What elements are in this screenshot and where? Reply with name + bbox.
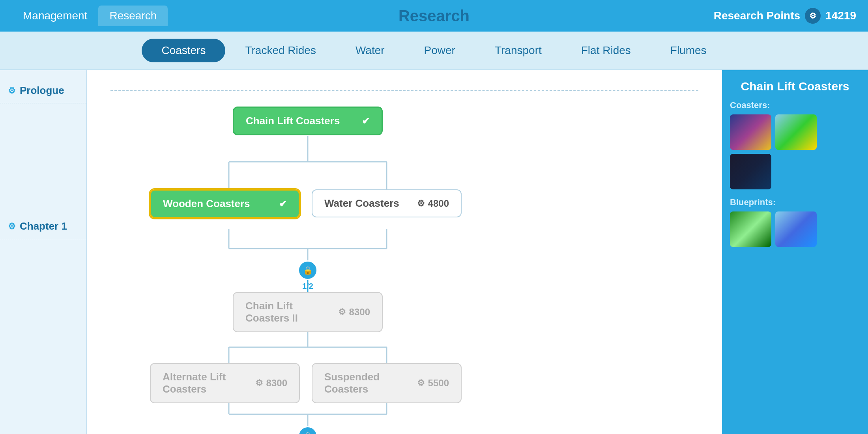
- research-points-value: 14219: [825, 9, 856, 22]
- tab-management[interactable]: Management: [12, 6, 98, 26]
- coasters-images: [730, 114, 860, 189]
- chain-lift-label: Chain Lift Coasters: [246, 115, 340, 127]
- sidebar-item-chapter1[interactable]: ⚙ Chapter 1: [0, 214, 86, 239]
- sidebar-item-prologue[interactable]: ⚙ Prologue: [0, 78, 86, 103]
- suspended-cost-value: 5500: [428, 378, 449, 389]
- top-bar: Management Research Research Research Po…: [0, 0, 868, 32]
- coaster-img-3: [730, 154, 771, 189]
- cat-tab-tracked[interactable]: Tracked Rides: [225, 39, 335, 62]
- page-title: Research: [398, 7, 470, 25]
- tab-research[interactable]: Research: [98, 6, 168, 26]
- cat-tab-flumes[interactable]: Flumes: [651, 39, 726, 62]
- prologue-label: Prologue: [20, 84, 64, 97]
- chapter1-label: Chapter 1: [20, 220, 67, 232]
- prologue-separator: [110, 90, 698, 91]
- blueprints-section-label: Blueprints:: [730, 197, 860, 208]
- node-chain-lift-coasters[interactable]: Chain Lift Coasters ✔: [233, 107, 383, 135]
- research-points: Research Points ⚙ 14219: [714, 8, 856, 24]
- right-panel-title: Chain Lift Coasters: [730, 80, 860, 93]
- node-wooden-coasters[interactable]: Wooden Coasters ✔: [150, 189, 300, 218]
- water-cost-icon: ⚙: [417, 198, 425, 209]
- cat-tab-power[interactable]: Power: [404, 39, 475, 62]
- research-points-icon: ⚙: [805, 8, 821, 24]
- chapter1-icon: ⚙: [8, 221, 16, 232]
- lock-badge-1-value: 1/2: [302, 282, 313, 291]
- lock-badge-2: 🔒 0/2: [298, 426, 318, 434]
- suspended-cost: ⚙ 5500: [417, 378, 449, 389]
- node-suspended[interactable]: Suspended Coasters ⚙ 5500: [312, 363, 462, 403]
- alternate-cost-icon: ⚙: [255, 378, 263, 388]
- cat-tab-coasters[interactable]: Coasters: [142, 39, 225, 62]
- lock-badge-1-icon: 🔒: [298, 260, 318, 280]
- blueprint-img-2: [775, 211, 817, 247]
- alternate-cost-value: 8300: [266, 378, 287, 389]
- water-cost-value: 4800: [428, 198, 449, 209]
- top-bar-tabs: Management Research: [12, 6, 168, 26]
- research-points-label: Research Points: [714, 9, 800, 22]
- node-water-coasters[interactable]: Water Coasters ⚙ 4800: [312, 189, 462, 217]
- node-chain-lift-2[interactable]: Chain Lift Coasters II ⚙ 8300: [233, 292, 383, 332]
- lock-badge-1: 🔒 1/2: [298, 260, 318, 291]
- coasters-section-label: Coasters:: [730, 100, 860, 110]
- suspended-label: Suspended Coasters: [324, 371, 417, 395]
- right-panel: Chain Lift Coasters Coasters: Blueprints…: [722, 70, 868, 434]
- coaster-img-1: [730, 114, 771, 150]
- chain-lift-2-cost-icon: ⚙: [338, 307, 346, 317]
- tree-area: Chain Lift Coasters ✔ Wooden Coasters ✔ …: [87, 70, 722, 434]
- lock-badge-2-icon: 🔒: [298, 426, 318, 434]
- water-coasters-cost: ⚙ 4800: [417, 198, 449, 209]
- coaster-img-2: [775, 114, 817, 150]
- cat-tab-transport[interactable]: Transport: [475, 39, 561, 62]
- cat-tab-flat[interactable]: Flat Rides: [561, 39, 651, 62]
- water-coasters-label: Water Coasters: [324, 197, 399, 210]
- chain-lift-2-label: Chain Lift Coasters II: [245, 300, 338, 324]
- main-layout: ⚙ Prologue ⚙ Chapter 1: [0, 70, 868, 434]
- sidebar: ⚙ Prologue ⚙ Chapter 1: [0, 70, 87, 434]
- alternate-cost: ⚙ 8300: [255, 378, 287, 389]
- cat-tab-water[interactable]: Water: [336, 39, 404, 62]
- wooden-check: ✔: [279, 198, 287, 210]
- chain-lift-2-cost-value: 8300: [349, 307, 370, 318]
- blueprint-img-1: [730, 211, 771, 247]
- category-nav: Coasters Tracked Rides Water Power Trans…: [0, 32, 868, 70]
- prologue-icon: ⚙: [8, 86, 16, 96]
- suspended-cost-icon: ⚙: [417, 378, 425, 388]
- alternate-lift-label: Alternate Lift Coasters: [163, 371, 255, 395]
- chain-lift-2-cost: ⚙ 8300: [338, 307, 370, 318]
- node-alternate-lift[interactable]: Alternate Lift Coasters ⚙ 8300: [150, 363, 300, 403]
- wooden-coasters-label: Wooden Coasters: [163, 198, 250, 210]
- chain-lift-check: ✔: [362, 116, 370, 127]
- blueprints-images: [730, 211, 860, 247]
